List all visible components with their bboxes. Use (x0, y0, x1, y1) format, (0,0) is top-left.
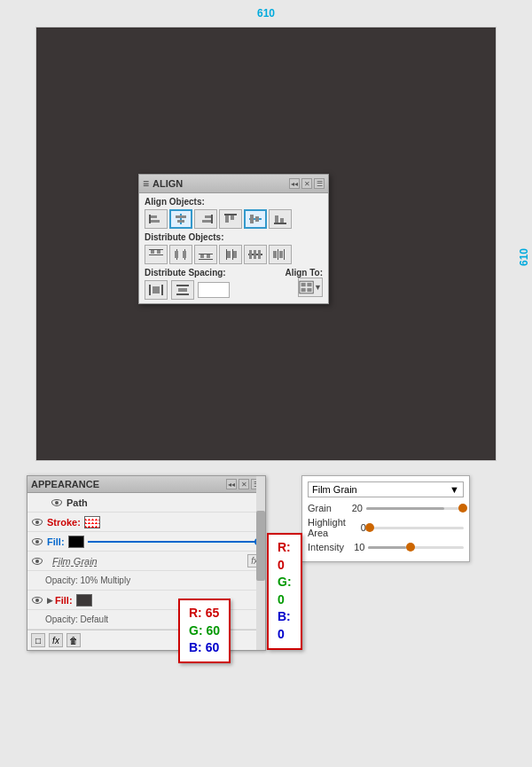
footer-trash-btn[interactable]: 🗑 (66, 633, 81, 647)
svg-rect-13 (250, 215, 254, 223)
grain-label: Grain (308, 503, 341, 513)
dist-spacing-inner (145, 280, 230, 300)
arrow-line (88, 541, 258, 543)
distribute-spacing-v-btn[interactable] (171, 280, 194, 300)
stroke-row: Stroke: (27, 513, 265, 532)
fill-visibility-icon[interactable] (31, 536, 43, 548)
appearance-scrollbar[interactable] (256, 476, 265, 650)
svg-rect-8 (202, 220, 211, 223)
align-right-btn[interactable] (194, 209, 217, 229)
rgb-r2-value: R: 65 (189, 605, 220, 622)
svg-rect-0 (149, 215, 151, 223)
opacity2-text: Opacity: Default (45, 614, 108, 624)
appearance-close-btn[interactable]: ✕ (239, 479, 249, 489)
align-to-col: Align To: ▼ (285, 268, 323, 297)
svg-rect-24 (175, 251, 178, 258)
stroke-visibility-icon[interactable] (31, 516, 43, 528)
distribute-spacing-label: Distribute Spacing: (145, 268, 230, 278)
svg-rect-25 (183, 251, 186, 258)
svg-rect-37 (258, 250, 261, 259)
fg-visibility-icon[interactable] (31, 555, 43, 567)
intensity-label: Intensity (308, 542, 344, 552)
align-panel-collapse-btn[interactable]: ◂◂ (289, 178, 300, 189)
bottom-section: APPEARANCE ◂◂ ✕ ☰ Path Stroke: (0, 475, 532, 651)
distribute-bottom-btn[interactable] (194, 245, 217, 264)
svg-rect-19 (149, 254, 163, 255)
svg-rect-39 (284, 249, 285, 260)
svg-rect-1 (151, 215, 157, 218)
highlight-slider[interactable] (370, 527, 464, 529)
footer-fx-btn[interactable]: fx (49, 633, 63, 647)
align-panel: ALIGN ◂◂ ✕ ☰ Align Objects: (138, 174, 329, 304)
svg-rect-17 (280, 218, 284, 223)
effect-name-label[interactable]: Film Grain (52, 556, 98, 567)
svg-rect-36 (254, 250, 256, 259)
footer-add-btn[interactable]: □ (31, 633, 45, 647)
align-objects-label: Align Objects: (145, 197, 323, 207)
svg-rect-5 (177, 220, 184, 223)
grain-slider[interactable] (366, 507, 464, 510)
align-to-btn[interactable]: ▼ (298, 278, 323, 297)
distribute-objects-row (145, 245, 323, 264)
svg-rect-44 (153, 286, 160, 293)
appearance-titlebar: APPEARANCE ◂◂ ✕ ☰ (27, 476, 265, 493)
svg-rect-50 (307, 283, 311, 286)
align-panel-menu-btn[interactable]: ☰ (314, 178, 325, 189)
stroke-color-swatch[interactable] (84, 516, 100, 528)
align-bottom-btn[interactable] (269, 209, 292, 229)
svg-rect-31 (232, 249, 233, 260)
align-center-h-btn[interactable] (169, 209, 192, 229)
dist-spacing-col: Distribute Spacing: (145, 268, 230, 300)
fill-color-swatch[interactable] (68, 536, 84, 548)
align-panel-controls: ◂◂ ✕ ☰ (289, 178, 325, 189)
align-left-btn[interactable] (145, 209, 168, 229)
rgb-popup-black: R: 0 G: 0 B: 0 (267, 533, 302, 650)
grain-row: Grain 20 (308, 503, 464, 513)
distribute-spacing-input[interactable] (198, 282, 230, 298)
svg-rect-46 (176, 293, 189, 295)
distribute-v-center-btn[interactable] (244, 245, 267, 264)
distribute-top-btn[interactable] (145, 245, 168, 264)
svg-rect-43 (161, 285, 163, 295)
svg-rect-9 (224, 214, 237, 215)
intensity-slider[interactable] (368, 546, 464, 549)
fill2-visibility-icon[interactable] (31, 594, 43, 607)
scrollbar-thumb (256, 511, 265, 580)
distribute-spacing-h-btn[interactable] (145, 280, 168, 300)
path-visibility-icon[interactable] (51, 497, 63, 509)
appearance-collapse-btn[interactable]: ◂◂ (226, 479, 237, 489)
svg-rect-38 (278, 249, 278, 260)
align-panel-close-btn[interactable]: ✕ (301, 178, 312, 189)
svg-rect-3 (180, 214, 182, 224)
fill2-color-swatch[interactable] (76, 594, 92, 607)
top-ruler-label: 610 (0, 0, 532, 23)
svg-rect-14 (255, 216, 259, 222)
svg-rect-49 (301, 283, 306, 286)
intensity-slider-thumb (406, 543, 415, 552)
intensity-row: Intensity 10 (308, 542, 464, 552)
svg-rect-52 (307, 288, 311, 292)
fill-row: Fill: (27, 532, 265, 552)
film-grain-dropdown[interactable]: Film Grain ▼ (308, 481, 464, 497)
distribute-right-btn[interactable] (269, 245, 292, 264)
highlight-value: 0 (346, 522, 366, 533)
distribute-center-h-btn[interactable] (169, 245, 192, 264)
fill-label: Fill: (47, 536, 65, 547)
svg-rect-42 (149, 285, 151, 295)
grain-slider-thumb (458, 504, 467, 513)
highlight-row: Highlight Area 0 (308, 517, 464, 538)
align-center-v-btn[interactable] (244, 209, 267, 229)
align-top-btn[interactable] (219, 209, 242, 229)
path-label: Path (66, 497, 88, 508)
fill2-label: Fill: (55, 595, 73, 606)
distribute-left-btn[interactable] (219, 245, 242, 264)
svg-rect-18 (149, 249, 163, 250)
distribute-spacing-section: Distribute Spacing: (145, 268, 323, 300)
distribute-objects-label: Distribute Objects: (145, 232, 323, 242)
svg-rect-15 (274, 223, 286, 224)
svg-rect-16 (275, 215, 278, 223)
rgb-g2-value: G: 60 (189, 622, 220, 640)
align-panel-title: ALIGN (143, 177, 183, 190)
align-panel-title-text: ALIGN (153, 178, 183, 189)
svg-rect-32 (227, 251, 231, 258)
